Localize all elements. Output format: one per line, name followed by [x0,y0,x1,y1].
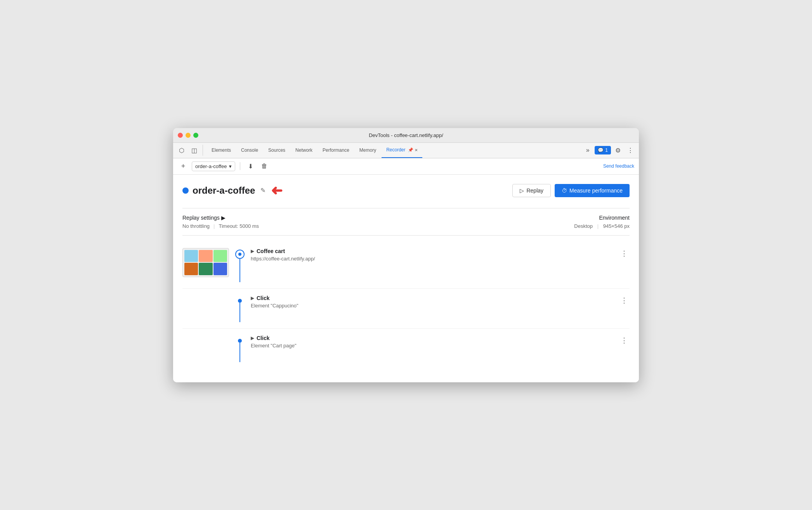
overflow-menu-btn[interactable]: » [582,145,593,156]
tab-right-controls: » 💬 1 ⚙ ⋮ [582,145,636,156]
step-menu-btn-2[interactable]: ⋮ [619,295,630,306]
replay-button[interactable]: ▷ Replay [512,184,551,197]
dropdown-chevron-icon: ▾ [229,163,232,169]
red-arrow-annotation: ➜ [271,182,283,199]
three-dots-icon: ⋮ [621,296,628,305]
step-expand-1[interactable]: ▶ [251,248,254,254]
timeline-line-2 [239,303,240,322]
layers-icon-btn[interactable]: ◫ [189,145,200,156]
table-row: ▶ Click Element "Cart page" ⋮ [182,329,630,368]
tab-sources[interactable]: Sources [264,142,290,158]
step-node-1 [235,250,245,259]
minimize-button[interactable] [186,133,191,138]
step-expand-3[interactable]: ▶ [251,335,254,341]
send-feedback-link[interactable]: Send feedback [603,163,634,169]
settings-divider: | [213,223,215,229]
maximize-button[interactable] [193,133,198,138]
tab-network[interactable]: Network [291,142,317,158]
recorder-close-icon[interactable]: × [415,147,418,153]
environment-title: Environment [574,215,630,221]
layers-icon: ◫ [191,147,197,154]
window-title: DevTools - coffee-cart.netlify.app/ [369,132,443,138]
recording-status-dot [182,187,189,194]
devtools-body: ⬡ ◫ Elements Console Sources Network Per… [173,143,639,382]
step-menu-btn-3[interactable]: ⋮ [619,335,630,346]
cursor-icon: ⬡ [179,147,184,154]
screenshot-cell [199,250,212,262]
tab-bar: ⬡ ◫ Elements Console Sources Network Per… [173,143,639,158]
replay-settings-left: Replay settings ▶ No throttling | Timeou… [182,215,259,229]
step-node-2 [238,299,242,303]
traffic-lights [178,133,198,138]
cursor-icon-btn[interactable]: ⬡ [176,145,187,156]
header-actions: ▷ Replay ⏱ Measure performance [512,184,630,197]
step-header-2: ▶ Click [251,295,612,301]
settings-gear-btn[interactable]: ⚙ [612,145,623,156]
step-expand-2[interactable]: ▶ [251,295,254,301]
step-name-3: Click [257,335,269,341]
step-content-2: ▶ Click Element "Cappucino" [251,295,612,309]
screenshot-cell [199,263,212,275]
chat-button[interactable]: 💬 1 [595,146,611,154]
gear-icon: ⚙ [615,147,621,154]
timeline-col-1 [235,250,245,282]
delete-recording-btn[interactable]: 🗑 [259,161,270,172]
three-dots-icon: ⋮ [621,336,628,345]
timeline-col-3 [235,337,245,362]
download-icon: ⬇ [248,163,253,170]
recording-header: order-a-coffee ✎ ➜ ▷ Replay ⏱ Measure pe… [182,182,630,199]
screenshot-placeholder [183,248,229,277]
plus-icon: + [181,162,186,170]
kebab-menu-btn[interactable]: ⋮ [625,145,636,156]
recording-name-label: order-a-coffee [195,163,227,169]
step-menu-btn-1[interactable]: ⋮ [619,248,630,259]
step-screenshot-1 [182,248,229,277]
add-recording-btn[interactable]: + [178,161,189,172]
environment-info: Environment Desktop | 945×546 px [574,215,630,229]
settings-expand-icon: ▶ [221,215,226,221]
settings-detail: No throttling | Timeout: 5000 ms [182,223,259,229]
step-content-1: ▶ Coffee cart https://coffee-cart.netlif… [251,248,612,262]
table-row: ▶ Click Element "Cappucino" ⋮ [182,289,630,329]
tab-performance[interactable]: Performance [318,142,354,158]
export-recording-btn[interactable]: ⬇ [245,161,256,172]
title-bar: DevTools - coffee-cart.netlify.app/ [173,128,639,143]
kebab-icon: ⋮ [627,147,633,154]
main-content: order-a-coffee ✎ ➜ ▷ Replay ⏱ Measure pe… [173,175,639,382]
settings-section: Replay settings ▶ No throttling | Timeou… [182,208,630,236]
recording-selector[interactable]: order-a-coffee ▾ [192,161,235,171]
toolbar-divider-1 [240,162,240,170]
screenshot-cell [213,263,227,275]
step-header-1: ▶ Coffee cart [251,248,612,254]
step-name-1: Coffee cart [257,248,285,254]
toolbar: + order-a-coffee ▾ ⬇ 🗑 Send feedback [173,158,639,175]
step-name-2: Click [257,295,269,301]
tab-elements[interactable]: Elements [207,142,236,158]
step-content-3: ▶ Click Element "Cart page" [251,335,612,349]
devtools-window: DevTools - coffee-cart.netlify.app/ ⬡ ◫ … [173,128,639,382]
timeline-line-3 [239,343,240,362]
tab-console[interactable]: Console [236,142,263,158]
step-url-1: https://coffee-cart.netlify.app/ [251,256,612,262]
screenshot-cell [184,250,198,262]
recording-title: order-a-coffee [193,185,255,196]
step-node-3 [238,339,242,343]
steps-panel: ▶ Coffee cart https://coffee-cart.netlif… [182,236,630,375]
three-dots-icon: ⋮ [621,249,628,258]
tab-memory[interactable]: Memory [355,142,381,158]
chat-icon: 💬 [598,147,604,153]
step-detail-2: Element "Cappucino" [251,303,612,309]
close-button[interactable] [178,133,183,138]
step-detail-3: Element "Cart page" [251,343,612,349]
edit-name-icon[interactable]: ✎ [260,187,265,194]
table-row: ▶ Coffee cart https://coffee-cart.netlif… [182,242,630,289]
environment-detail: Desktop | 945×546 px [574,223,630,229]
recorder-pin-icon: 📌 [408,147,413,153]
replay-settings-title[interactable]: Replay settings ▶ [182,215,259,221]
screenshot-cell [213,250,227,262]
timeline-col-2 [235,297,245,322]
tab-recorder[interactable]: Recorder 📌 × [382,142,422,158]
measure-performance-button[interactable]: ⏱ Measure performance [555,184,630,197]
step-header-3: ▶ Click [251,335,612,341]
timeline-line-1 [239,259,240,282]
